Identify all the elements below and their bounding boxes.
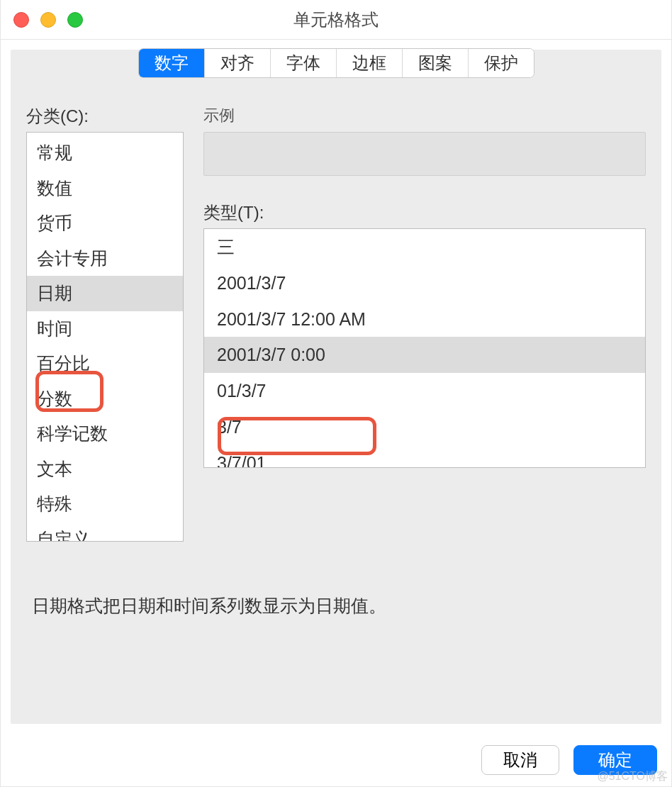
cancel-button[interactable]: 取消 [481,745,559,775]
type-item[interactable]: 01/3/7 [204,373,645,409]
category-item-general[interactable]: 常规 [27,135,183,171]
category-item-special[interactable]: 特殊 [27,486,183,522]
tab-bar: 数字 对齐 字体 边框 图案 保护 [11,47,661,78]
category-listbox[interactable]: 常规 数值 货币 会计专用 日期 时间 百分比 分数 科学记数 文本 特殊 自定… [26,132,184,542]
tab-font[interactable]: 字体 [271,49,337,77]
category-label: 分类(C): [26,105,184,128]
watermark-text: @51CTO博客 [597,769,668,784]
type-item[interactable]: 2001/3/7 12:00 AM [204,301,645,337]
close-icon[interactable] [13,12,29,28]
tab-alignment[interactable]: 对齐 [205,49,271,77]
format-description: 日期格式把日期和时间系列数显示为日期值。 [32,594,386,618]
type-item[interactable]: 2001/3/7 0:00 [204,337,645,373]
minimize-icon[interactable] [40,12,56,28]
tab-protection[interactable]: 保护 [469,49,534,77]
category-item-custom[interactable]: 自定义 [27,522,183,542]
category-item-number[interactable]: 数值 [27,171,183,206]
content-panel: 数字 对齐 字体 边框 图案 保护 分类(C): 常规 数值 货币 会计专用 日… [11,50,661,724]
category-item-text[interactable]: 文本 [27,452,183,487]
body-area: 分类(C): 常规 数值 货币 会计专用 日期 时间 百分比 分数 科学记数 文… [11,79,661,724]
category-item-date[interactable]: 日期 [27,276,183,311]
window-controls [13,12,83,28]
category-item-fraction[interactable]: 分数 [27,381,183,417]
type-listbox[interactable]: 三 2001/3/7 2001/3/7 12:00 AM 2001/3/7 0:… [203,228,646,468]
sample-preview [203,132,646,176]
type-label: 类型(T): [203,201,646,224]
category-item-time[interactable]: 时间 [27,311,183,347]
tab-border[interactable]: 边框 [337,49,403,77]
dialog-footer: 取消 确定 [1,734,671,786]
titlebar: 单元格格式 [1,0,671,40]
category-item-percentage[interactable]: 百分比 [27,346,183,381]
dialog-window: 单元格格式 数字 对齐 字体 边框 图案 保护 分类(C): 常规 数值 货币 … [0,0,672,787]
type-item[interactable]: 3/7 [204,409,645,445]
tab-pattern[interactable]: 图案 [403,49,469,77]
type-item[interactable]: 3/7/01 [204,445,645,469]
detail-column: 示例 类型(T): 三 2001/3/7 2001/3/7 12:00 AM 2… [203,105,646,708]
category-column: 分类(C): 常规 数值 货币 会计专用 日期 时间 百分比 分数 科学记数 文… [26,105,184,708]
type-item[interactable]: 2001/3/7 [204,265,645,301]
category-item-scientific[interactable]: 科学记数 [27,416,183,452]
type-item[interactable]: 三 [204,229,645,265]
tab-number[interactable]: 数字 [139,49,205,77]
maximize-icon[interactable] [67,12,83,28]
category-item-accounting[interactable]: 会计专用 [27,241,183,277]
sample-label: 示例 [203,105,646,126]
category-item-currency[interactable]: 货币 [27,206,183,241]
window-title: 单元格格式 [1,9,671,31]
